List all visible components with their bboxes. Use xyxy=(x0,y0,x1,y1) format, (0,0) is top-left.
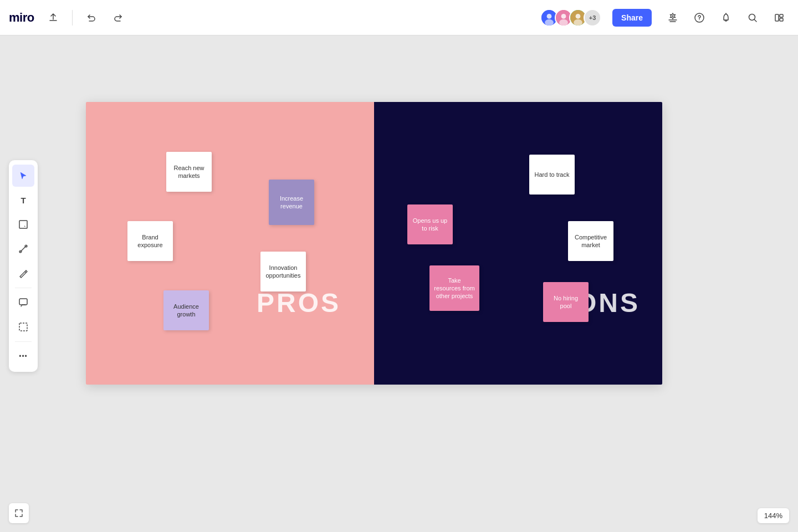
cons-side[interactable]: CONS Hard to track Opens us up to risk C… xyxy=(374,102,662,385)
sticky-take-resources[interactable]: Take resources from other projects xyxy=(429,265,479,311)
pen-tool[interactable] xyxy=(12,262,34,284)
svg-point-7 xyxy=(576,14,581,19)
redo-button[interactable] xyxy=(108,8,128,28)
comment-tool[interactable] xyxy=(12,291,34,314)
svg-point-1 xyxy=(547,14,552,19)
logo[interactable]: miro xyxy=(9,11,34,25)
undo-button[interactable] xyxy=(81,8,101,28)
sticky-no-hiring-pool[interactable]: No hiring pool xyxy=(543,282,589,322)
settings-button[interactable] xyxy=(663,8,683,28)
text-icon: T xyxy=(21,196,25,205)
svg-point-2 xyxy=(545,19,554,25)
svg-rect-16 xyxy=(780,18,783,21)
pros-cons-board: PROS Reach new markets Brand exposure In… xyxy=(86,102,662,385)
zoom-level: 144% xyxy=(764,511,782,520)
sticky-opens-up-to-risk[interactable]: Opens us up to risk xyxy=(407,204,453,244)
svg-point-5 xyxy=(559,19,568,25)
svg-point-11 xyxy=(699,19,700,20)
frame-tool[interactable] xyxy=(12,316,34,338)
canvas[interactable]: PROS Reach new markets Brand exposure In… xyxy=(0,35,798,532)
topbar: miro +3 Share xyxy=(0,0,798,35)
sticky-innovation-opportunities[interactable]: Innovation opportunities xyxy=(260,252,306,291)
text-tool[interactable]: T xyxy=(12,189,34,211)
select-tool[interactable] xyxy=(12,165,34,187)
sticky-competitive-market[interactable]: Competitive market xyxy=(568,221,613,261)
avatar-count[interactable]: +3 xyxy=(584,9,601,27)
zoom-indicator[interactable]: 144% xyxy=(758,508,789,523)
sticky-audience-growth[interactable]: Audience growth xyxy=(163,290,209,330)
sticky-reach-new-markets[interactable]: Reach new markets xyxy=(166,152,212,192)
upload-button[interactable] xyxy=(43,8,63,28)
svg-rect-17 xyxy=(19,221,27,228)
svg-rect-15 xyxy=(780,14,783,17)
panels-button[interactable] xyxy=(769,8,789,28)
svg-rect-21 xyxy=(19,323,27,331)
sticky-hard-to-track[interactable]: Hard to track xyxy=(529,155,575,195)
svg-rect-14 xyxy=(775,14,779,21)
expand-button[interactable] xyxy=(9,503,29,523)
collaborators: +3 xyxy=(540,9,601,27)
more-tool[interactable]: ••• xyxy=(12,345,34,367)
left-toolbar: T ••• xyxy=(9,160,38,372)
divider-1 xyxy=(72,10,73,25)
note-tool[interactable] xyxy=(12,213,34,236)
svg-point-4 xyxy=(561,14,566,19)
lt-divider-1 xyxy=(15,288,32,288)
share-button[interactable]: Share xyxy=(612,9,652,27)
pros-side[interactable]: PROS Reach new markets Brand exposure In… xyxy=(86,102,374,385)
more-icon: ••• xyxy=(19,352,28,360)
help-button[interactable] xyxy=(689,8,709,28)
line-tool[interactable] xyxy=(12,238,34,260)
lt-divider-2 xyxy=(15,341,32,342)
svg-point-9 xyxy=(672,15,674,17)
svg-point-8 xyxy=(574,19,582,25)
svg-rect-20 xyxy=(19,299,27,305)
sticky-brand-exposure[interactable]: Brand exposure xyxy=(127,221,173,261)
notifications-button[interactable] xyxy=(716,8,736,28)
search-button[interactable] xyxy=(743,8,763,28)
sticky-increase-revenue[interactable]: Increase revenue xyxy=(269,180,314,225)
pros-label: PROS xyxy=(257,288,341,318)
